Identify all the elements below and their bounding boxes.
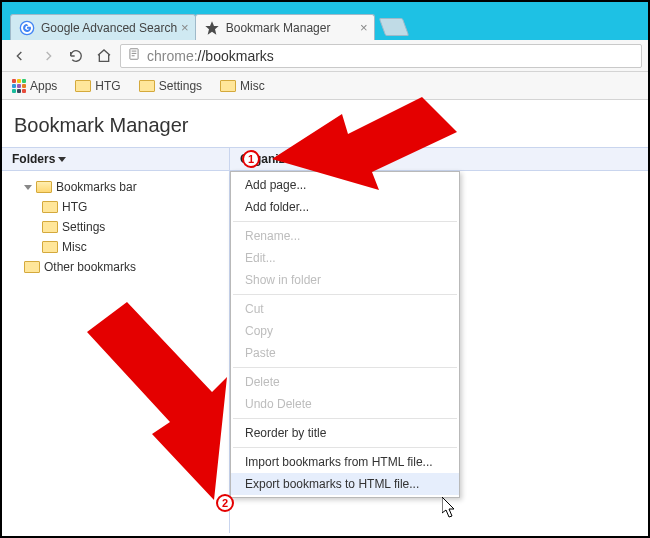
folder-icon <box>42 241 58 253</box>
tree-item-settings[interactable]: Settings <box>6 217 225 237</box>
folders-label: Folders <box>12 152 55 166</box>
address-bar[interactable]: chrome://bookmarks <box>120 44 642 68</box>
toolbar: chrome://bookmarks <box>2 40 648 72</box>
tree-item-bookmarks-bar[interactable]: Bookmarks bar <box>6 177 225 197</box>
caret-down-icon <box>58 157 66 162</box>
page-title: Bookmark Manager <box>14 114 638 137</box>
home-button[interactable] <box>92 44 116 68</box>
folder-icon <box>24 261 40 273</box>
detail-pane: Add page... Add folder... Rename... Edit… <box>230 171 648 533</box>
page-icon <box>127 47 141 64</box>
apps-label: Apps <box>30 79 57 93</box>
menu-export-html[interactable]: Export bookmarks to HTML file... <box>231 473 459 495</box>
organize-label: Organize <box>240 152 291 166</box>
folder-tree: Bookmarks bar HTG Settings Misc Other bo… <box>2 171 230 533</box>
menu-add-folder[interactable]: Add folder... <box>231 196 459 218</box>
tree-label: Other bookmarks <box>44 260 136 274</box>
tree-label: Bookmarks bar <box>56 180 137 194</box>
bookmarks-bar: Apps HTG Settings Misc <box>2 72 648 100</box>
folder-icon <box>42 221 58 233</box>
menu-undo-delete: Undo Delete <box>231 393 459 415</box>
tab-bookmark-manager[interactable]: Bookmark Manager × <box>195 14 375 40</box>
folder-open-icon <box>36 181 52 193</box>
bookmark-label: HTG <box>95 79 120 93</box>
url-scheme: chrome: <box>147 48 198 64</box>
tab-google-advanced-search[interactable]: Google Advanced Search × <box>10 14 196 40</box>
star-icon <box>204 20 220 36</box>
content-area: Bookmarks bar HTG Settings Misc Other bo… <box>2 171 648 533</box>
menu-add-page[interactable]: Add page... <box>231 174 459 196</box>
menu-separator <box>233 418 457 419</box>
menu-reorder-by-title[interactable]: Reorder by title <box>231 422 459 444</box>
tab-title: Google Advanced Search <box>41 21 177 35</box>
folders-header[interactable]: Folders <box>12 152 66 166</box>
svg-marker-1 <box>205 21 218 34</box>
window-titlebar <box>2 2 648 10</box>
url-path: //bookmarks <box>198 48 274 64</box>
columns-header: Folders Organize <box>2 147 648 171</box>
apps-icon <box>12 79 26 93</box>
menu-cut: Cut <box>231 298 459 320</box>
tree-label: Misc <box>62 240 87 254</box>
folder-icon <box>139 80 155 92</box>
bookmark-folder-misc[interactable]: Misc <box>216 77 269 95</box>
menu-separator <box>233 447 457 448</box>
svg-rect-2 <box>130 49 138 60</box>
apps-button[interactable]: Apps <box>8 77 61 95</box>
menu-separator <box>233 367 457 368</box>
forward-button[interactable] <box>36 44 60 68</box>
menu-paste: Paste <box>231 342 459 364</box>
organize-header[interactable]: Organize <box>240 152 302 166</box>
menu-separator <box>233 221 457 222</box>
bookmark-label: Misc <box>240 79 265 93</box>
menu-separator <box>233 294 457 295</box>
back-button[interactable] <box>8 44 32 68</box>
tree-label: Settings <box>62 220 105 234</box>
folder-icon <box>42 201 58 213</box>
menu-edit: Edit... <box>231 247 459 269</box>
new-tab-button[interactable] <box>378 18 409 36</box>
google-favicon <box>19 20 35 36</box>
bookmark-folder-htg[interactable]: HTG <box>71 77 124 95</box>
tree-item-misc[interactable]: Misc <box>6 237 225 257</box>
folder-icon <box>75 80 91 92</box>
tree-item-htg[interactable]: HTG <box>6 197 225 217</box>
close-icon[interactable]: × <box>360 20 368 35</box>
tree-label: HTG <box>62 200 87 214</box>
folder-icon <box>220 80 236 92</box>
organize-menu: Add page... Add folder... Rename... Edit… <box>230 171 460 498</box>
menu-import-html[interactable]: Import bookmarks from HTML file... <box>231 451 459 473</box>
menu-show-in-folder: Show in folder <box>231 269 459 291</box>
tab-title: Bookmark Manager <box>226 21 356 35</box>
menu-copy: Copy <box>231 320 459 342</box>
reload-button[interactable] <box>64 44 88 68</box>
page-header: Bookmark Manager <box>2 100 648 147</box>
tree-item-other-bookmarks[interactable]: Other bookmarks <box>6 257 225 277</box>
menu-rename: Rename... <box>231 225 459 247</box>
close-icon[interactable]: × <box>181 20 189 35</box>
menu-delete: Delete <box>231 371 459 393</box>
bookmark-label: Settings <box>159 79 202 93</box>
caret-down-icon <box>294 157 302 162</box>
bookmark-folder-settings[interactable]: Settings <box>135 77 206 95</box>
tab-strip: Google Advanced Search × Bookmark Manage… <box>2 10 648 40</box>
disclosure-triangle-icon[interactable] <box>24 185 32 190</box>
